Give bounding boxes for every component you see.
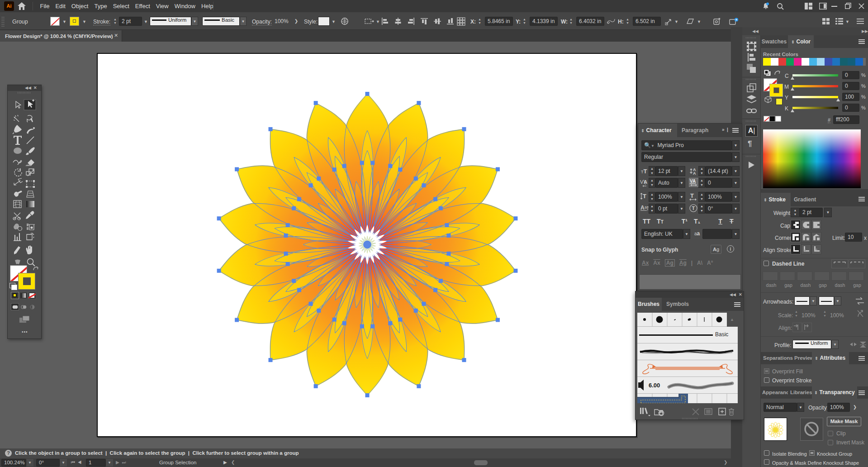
svg-text:VA: VA (690, 179, 696, 184)
svg-text:T: T (643, 193, 646, 200)
svg-text:6.00: 6.00 (649, 382, 660, 389)
svg-text:T: T (690, 192, 694, 199)
svg-text:A: A (644, 179, 647, 185)
svg-text:a: a (645, 205, 647, 210)
svg-text:T: T (692, 205, 695, 211)
svg-text:A: A (693, 171, 696, 175)
svg-text:A: A (640, 205, 645, 211)
svg-text:V: V (640, 179, 644, 185)
